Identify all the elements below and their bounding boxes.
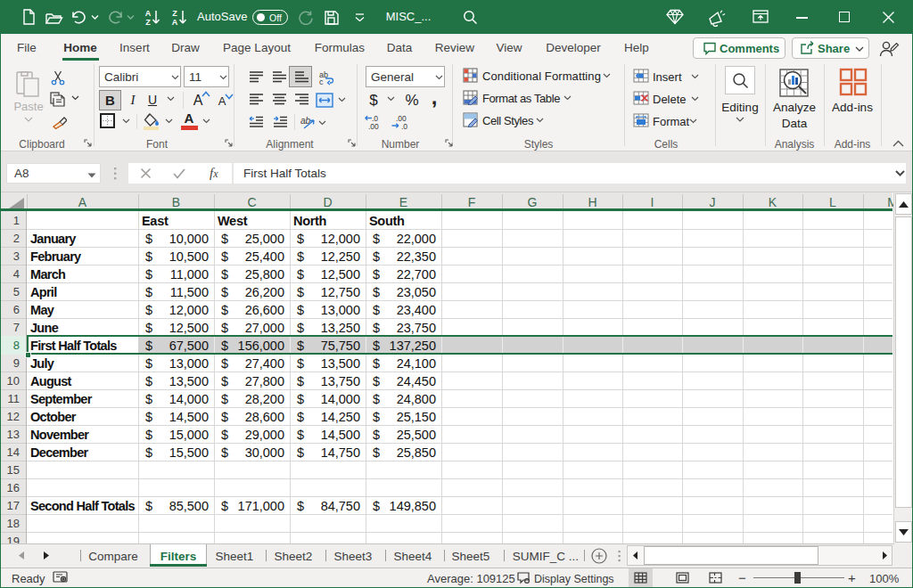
svg-text:.0: .0 xyxy=(401,122,407,130)
svg-text:.00: .00 xyxy=(368,122,379,130)
svg-text:Z: Z xyxy=(172,9,177,18)
svg-text:Z: Z xyxy=(145,18,151,26)
svg-text:c: c xyxy=(319,78,324,86)
svg-text:A: A xyxy=(145,9,152,18)
svg-text:A: A xyxy=(172,18,178,26)
